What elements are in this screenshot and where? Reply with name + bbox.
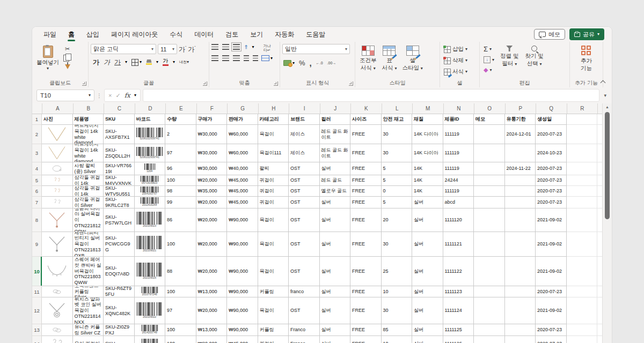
cell-color[interactable]: 레드 골드 — [320, 175, 351, 186]
cell-buy[interactable]: ₩35,000 — [196, 186, 228, 197]
comments-button[interactable]: 메모 — [534, 29, 565, 40]
cell-barcode[interactable]: 5206102939741 — [135, 125, 166, 144]
cell-created[interactable]: 2020-07-23 — [536, 186, 567, 197]
fill-button[interactable]: ↓▾ — [482, 56, 496, 64]
decrease-indent-button[interactable] — [244, 55, 249, 61]
copy-button[interactable]: ▾ — [63, 55, 71, 62]
column-header-G[interactable]: G — [228, 103, 259, 114]
cell-photo[interactable] — [42, 208, 73, 232]
cell-name[interactable]: 삼각들 귀걸이 14k — [73, 186, 104, 197]
header-cell-K[interactable]: 사이즈 — [350, 114, 382, 125]
cell-mat[interactable]: 실버 — [412, 197, 443, 208]
decrease-decimal-button[interactable]: .00→ — [327, 61, 336, 65]
tab-data[interactable]: 데이터 — [188, 27, 219, 42]
cell-sell[interactable]: ₩45,000 — [227, 336, 258, 343]
header-cell-B[interactable]: 제품명 — [73, 114, 104, 125]
cell-name[interactable]: 은어 귀걸이 — [73, 336, 104, 343]
header-cell-A[interactable]: 사진 — [42, 114, 73, 125]
cell-cat[interactable]: 커플링 — [258, 324, 289, 336]
cell-name[interactable]: 스퀘어 페어컷 큐빅바 실버목걸이 OTN221803QWW — [73, 257, 104, 286]
comma-style-button[interactable]: , — [310, 61, 312, 65]
column-header-Q[interactable]: Q — [536, 103, 567, 114]
cell-qty[interactable]: 96 — [165, 162, 196, 175]
cell-barcode[interactable]: 202109023 — [135, 208, 166, 232]
dialog-launcher-icon[interactable] — [349, 81, 353, 86]
cell-stock[interactable]: 20 — [382, 208, 413, 232]
align-right-button[interactable] — [233, 55, 240, 61]
cell-created[interactable]: 2021-09-02 — [536, 257, 567, 286]
cell-sell[interactable]: ₩90,000 — [227, 257, 258, 286]
cell-memo[interactable] — [474, 197, 505, 208]
cell-sell[interactable]: ₩90,000 — [227, 232, 258, 257]
cell-sku[interactable]: SKU- PCWCGG9G — [104, 232, 135, 257]
row-header-11[interactable]: 11 — [32, 286, 42, 297]
cell-pid[interactable]: 111119 — [443, 162, 474, 175]
cell-cat[interactable]: 귀걸이 — [258, 175, 289, 186]
autosum-button[interactable]: Σ▾ — [482, 45, 496, 53]
cell-size[interactable]: FREE — [350, 144, 382, 162]
cell-stock[interactable]: 30 — [382, 125, 413, 144]
cell-barcode[interactable]: 202109025 — [135, 257, 166, 286]
row-header-5[interactable]: 5 — [32, 175, 42, 186]
row-header-8[interactable]: 8 — [32, 208, 42, 232]
cell-created[interactable]: 2020-07-23 — [536, 197, 567, 208]
conditional-formatting-button[interactable]: 조건부 서식 ▾ — [357, 44, 379, 80]
cell-color[interactable]: 실버 — [320, 232, 351, 257]
cell-size[interactable]: FREE — [350, 186, 382, 197]
cell-size[interactable]: FREE — [350, 208, 382, 232]
cell-barcode[interactable]: 2614203749 — [135, 324, 166, 336]
cell-buy[interactable]: ₩30,000 — [196, 162, 228, 175]
cell-color[interactable]: 레드 골드 화이트 — [320, 125, 351, 144]
cell-created[interactable]: 2021-09-02 — [536, 208, 567, 232]
cell-name[interactable]: 성공의 다이아 실버목걸이 OTN221812QPW — [73, 208, 104, 232]
cell-sku[interactable]: SKU-ZI0Z9PXJ — [104, 324, 135, 336]
vertical-scrollbar[interactable]: ▲ — [602, 103, 612, 343]
cell-exp[interactable]: 2024-12-01 — [505, 125, 536, 144]
number-format-select[interactable]: 일반▾ — [282, 44, 350, 54]
shrink-font-button[interactable]: 가ˇ — [188, 46, 195, 53]
cell-qty[interactable]: 100 — [165, 232, 196, 257]
cell-exp[interactable] — [505, 197, 536, 208]
cell-barcode[interactable]: 1204 — [135, 162, 166, 175]
header-cell-L[interactable]: 안전 재고 — [382, 114, 413, 125]
cell-sell[interactable]: ₩60,000 — [227, 144, 258, 162]
cell-pid[interactable]: 1111123 — [443, 286, 474, 297]
header-cell-G[interactable]: 판매가 — [227, 114, 258, 125]
cell-mat[interactable]: 실버 — [412, 324, 443, 336]
cell-stock[interactable]: 30 — [382, 297, 413, 324]
header-cell-D[interactable]: 바코드 — [135, 114, 166, 125]
fill-color-button[interactable] — [146, 59, 152, 65]
cell-size[interactable]: FREE — [350, 297, 382, 324]
cell-exp[interactable] — [505, 286, 536, 297]
cell-created[interactable]: 2021-09-02 — [536, 297, 567, 324]
cell-empty[interactable] — [567, 125, 598, 144]
cell-cat[interactable]: 목걸이 — [258, 257, 289, 286]
cell-size[interactable]: FREE — [350, 175, 382, 186]
header-cell-M[interactable]: 재질 — [412, 114, 443, 125]
tab-review[interactable]: 검토 — [219, 27, 244, 42]
share-button[interactable]: 공유 ▾ — [569, 28, 604, 40]
column-header-H[interactable]: H — [259, 103, 290, 114]
cell-brand[interactable]: OST — [289, 232, 320, 257]
row-header-9[interactable]: 9 — [32, 232, 42, 257]
cell-created[interactable]: 2020-07-23 — [536, 175, 567, 186]
cell-pid[interactable]: 1111120 — [443, 208, 474, 232]
cell-created[interactable]: 2024-10-23 — [536, 144, 567, 162]
header-cell-Q[interactable]: 생성일 — [536, 114, 567, 125]
font-name-select[interactable]: 맑은 고딕▾ — [91, 44, 156, 54]
align-middle-button[interactable] — [222, 44, 229, 50]
cell-created[interactable]: 2020-07-23 — [536, 286, 567, 297]
cell-size[interactable]: FREE — [350, 286, 382, 297]
cell-photo[interactable] — [42, 336, 73, 343]
cell-empty[interactable] — [567, 297, 598, 324]
cell-barcode[interactable]: 2011419254 — [135, 197, 166, 208]
column-header-C[interactable]: C — [104, 103, 135, 114]
cell-name[interactable]: 세렌디피티 빈티지 실버 목걸이 OTN221813QXB — [73, 232, 104, 257]
tab-page-layout[interactable]: 페이지 레이아웃 — [105, 27, 164, 42]
cell-cat[interactable]: 목걸이 — [258, 208, 289, 232]
cell-empty[interactable] — [567, 257, 598, 286]
cell-mat[interactable]: 실버 — [412, 232, 443, 257]
collapse-ribbon-button[interactable] — [601, 80, 605, 84]
cell-mat[interactable]: 실버 — [412, 208, 443, 232]
cell-brand[interactable]: OST — [289, 175, 320, 186]
